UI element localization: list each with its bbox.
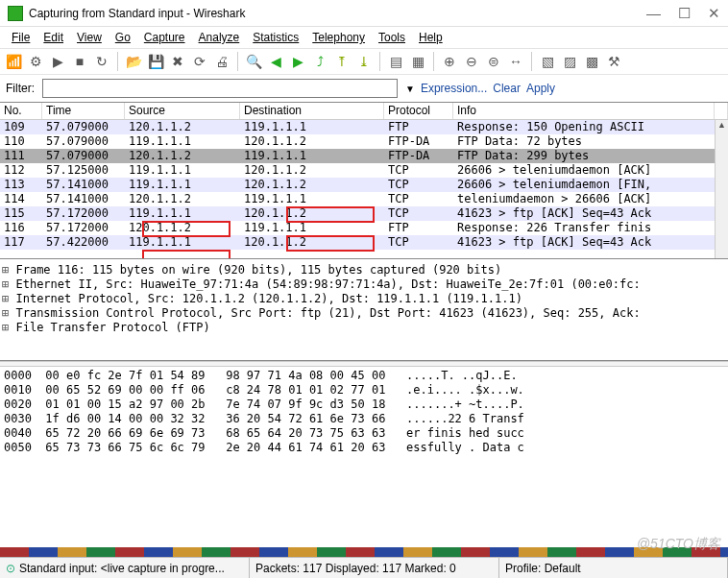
col-source[interactable]: Source [125,103,240,119]
minimize-button[interactable]: — [646,5,661,22]
detail-line[interactable]: File Transfer Protocol (FTP) [2,321,726,335]
col-info[interactable]: Info [453,103,715,119]
expression-link[interactable]: Expression... [421,82,487,95]
packet-list[interactable]: No. Time Source Destination Protocol Inf… [0,102,728,259]
table-row[interactable]: 11557.172000119.1.1.1120.1.1.2TCP41623 >… [0,206,728,221]
table-row[interactable]: 11657.172000120.1.1.2119.1.1.1FTPRespons… [0,221,728,235]
status-bar: Standard input: <live capture in progre.… [0,557,728,578]
menu-telephony[interactable]: Telephony [306,29,371,46]
options-icon[interactable]: ⚙ [26,52,45,71]
last-icon[interactable]: ⤓ [354,52,374,71]
filter-bar: Filter: ▼ Expression... Clear Apply [0,75,728,102]
menu-help[interactable]: Help [413,29,449,46]
table-row[interactable]: 11757.422000119.1.1.1120.1.1.2TCP41623 >… [0,235,728,250]
menu-capture[interactable]: Capture [138,29,191,46]
watermark: @51CTO博客 [637,536,720,553]
close-file-icon[interactable]: ✖ [168,52,187,71]
forward-icon[interactable]: ▶ [288,52,307,71]
menu-view[interactable]: View [71,29,108,46]
zoom-in-icon[interactable]: ⊕ [440,52,459,71]
preferences-icon[interactable]: ⚒ [604,52,623,71]
col-time[interactable]: Time [42,103,125,119]
decorative-strip [0,547,728,557]
goto-icon[interactable]: ⤴ [310,52,329,71]
scroll-up-icon[interactable]: ▲ [716,120,728,133]
toolbar: 📶 ⚙ ▶ ■ ↻ 📂 💾 ✖ ⟳ 🖨 🔍 ◀ ▶ ⤴ ⤒ ⤓ ▤ ▦ ⊕ ⊖ … [0,48,728,75]
close-button[interactable]: ✕ [708,5,720,22]
autoscroll-icon[interactable]: ▦ [408,52,427,71]
find-icon[interactable]: 🔍 [244,52,263,71]
table-row[interactable]: 11057.079000119.1.1.1120.1.1.2FTP-DAFTP … [0,134,728,149]
table-row[interactable]: 11157.079000120.1.1.2119.1.1.1FTP-DAFTP … [0,149,728,163]
detail-line[interactable]: Internet Protocol, Src: 120.1.1.2 (120.1… [2,292,726,306]
col-destination[interactable]: Destination [240,103,384,119]
filter-input[interactable] [42,79,398,98]
app-icon [8,6,23,21]
display-filter-icon[interactable]: ▨ [560,52,579,71]
menubar: File Edit View Go Capture Analyze Statis… [0,27,728,48]
window-title: Capturing from Standard input - Wireshar… [29,7,646,20]
packet-details[interactable]: Frame 116: 115 bytes on wire (920 bits),… [0,259,728,361]
menu-edit[interactable]: Edit [37,29,69,46]
first-icon[interactable]: ⤒ [332,52,352,71]
stop-icon[interactable]: ■ [70,52,89,71]
menu-go[interactable]: Go [109,29,136,46]
interfaces-icon[interactable]: 📶 [4,52,23,71]
coloring-rules-icon[interactable]: ▩ [582,52,601,71]
back-icon[interactable]: ◀ [266,52,285,71]
menu-analyze[interactable]: Analyze [193,29,246,46]
packet-list-header: No. Time Source Destination Protocol Inf… [0,103,728,120]
table-row[interactable]: 10957.079000120.1.1.2119.1.1.1FTPRespons… [0,120,728,134]
print-icon[interactable]: 🖨 [212,52,231,71]
apply-link[interactable]: Apply [526,82,555,95]
detail-line[interactable]: Ethernet II, Src: HuaweiTe_97:71:4a (54:… [2,277,726,292]
maximize-button[interactable]: ☐ [678,5,691,22]
menu-statistics[interactable]: Statistics [247,29,304,46]
zoom-reset-icon[interactable]: ⊜ [484,52,503,71]
capture-filter-icon[interactable]: ▧ [538,52,557,71]
reload-icon[interactable]: ⟳ [190,52,209,71]
status-profile: Profile: Default [499,558,728,578]
zoom-out-icon[interactable]: ⊖ [462,52,481,71]
table-row[interactable]: 11257.125000119.1.1.1120.1.1.2TCP26606 >… [0,163,728,178]
filter-label: Filter: [6,82,35,95]
colorize-icon[interactable]: ▤ [386,52,405,71]
table-row[interactable]: 11457.141000120.1.1.2119.1.1.1TCPteleniu… [0,192,728,206]
restart-icon[interactable]: ↻ [92,52,111,71]
titlebar: Capturing from Standard input - Wireshar… [0,0,728,27]
status-packets: Packets: 117 Displayed: 117 Marked: 0 [250,558,499,578]
hex-pane[interactable]: 0000 00 e0 fc 2e 7f 01 54 89 98 97 71 4a… [0,367,728,472]
open-icon[interactable]: 📂 [124,52,143,71]
highlight-box [142,250,231,259]
packet-list-scrollbar[interactable]: ▲ [715,120,728,258]
resize-cols-icon[interactable]: ↔ [506,52,525,71]
detail-line[interactable]: Frame 116: 115 bytes on wire (920 bits),… [2,263,726,277]
col-protocol[interactable]: Protocol [384,103,453,119]
table-row[interactable]: 11357.141000119.1.1.1120.1.1.2TCP26606 >… [0,178,728,192]
save-icon[interactable]: 💾 [146,52,165,71]
menu-tools[interactable]: Tools [373,29,411,46]
status-capture: Standard input: <live capture in progre.… [0,558,250,578]
detail-line[interactable]: Transmission Control Protocol, Src Port:… [2,306,726,321]
start-icon[interactable]: ▶ [48,52,67,71]
menu-file[interactable]: File [6,29,36,46]
col-no[interactable]: No. [0,103,42,119]
clear-link[interactable]: Clear [493,82,521,95]
filter-dropdown-icon[interactable]: ▼ [405,84,415,94]
